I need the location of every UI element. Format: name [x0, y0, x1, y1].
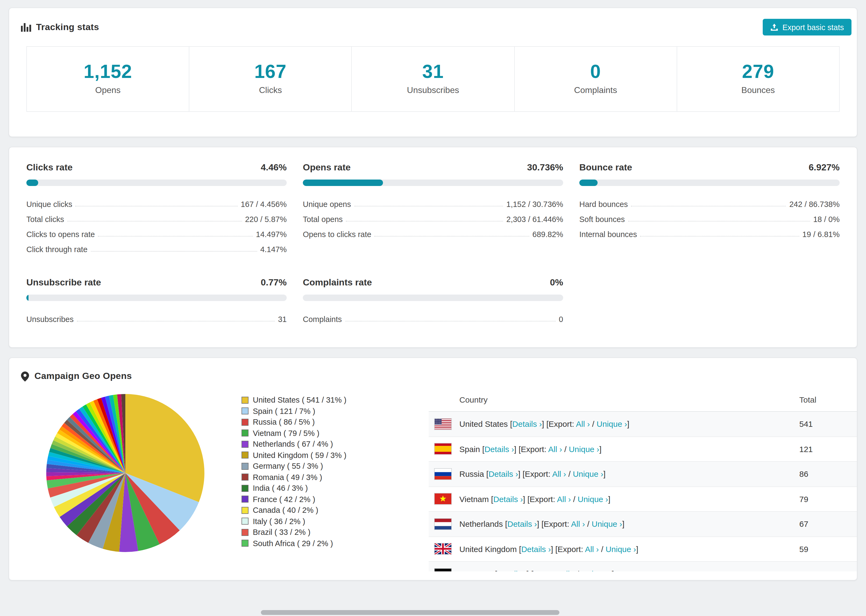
export-unique-link[interactable]: Unique › — [592, 520, 622, 529]
stat-row: Hard bounces242 / 86.738% — [579, 193, 840, 209]
details-link[interactable]: Details › — [507, 520, 537, 529]
stat-value: 0 — [559, 315, 563, 324]
geo-pie-chart — [9, 387, 241, 571]
table-rows: United States [Details ›] [Export: All ›… — [429, 412, 857, 571]
stat-value: 167 / 4.456% — [241, 200, 287, 209]
stat-value: 242 / 86.738% — [789, 200, 840, 209]
export-unique-link[interactable]: Unique › — [581, 569, 612, 572]
export-button-label: Export basic stats — [783, 23, 844, 31]
details-link[interactable]: Details › — [497, 569, 527, 572]
geo-table: Country Total United States [Details ›] … — [429, 388, 857, 571]
rates-card: Clicks rate 4.46% Unique clicks167 / 4.4… — [9, 147, 857, 348]
export-all-link[interactable]: All › — [585, 545, 599, 554]
stat-label: Hard bounces — [579, 200, 628, 209]
horizontal-scrollbar-thumb[interactable] — [261, 610, 559, 615]
stat-label: Unique opens — [303, 200, 351, 209]
details-link[interactable]: Details › — [521, 545, 551, 554]
export-all-link[interactable]: All › — [571, 520, 585, 529]
details-link[interactable]: Details › — [512, 420, 542, 429]
legend-swatch — [241, 485, 249, 492]
rate-section-bounce: Bounce rate 6.927% Hard bounces242 / 86.… — [579, 162, 840, 254]
legend-item: Brazil ( 33 / 2% ) — [241, 527, 429, 538]
export-all-link[interactable]: All › — [557, 495, 571, 504]
legend-label: France ( 42 / 2% ) — [253, 495, 315, 504]
table-row: Spain [Details ›] [Export: All › / Uniqu… — [429, 437, 857, 462]
details-link[interactable]: Details › — [484, 445, 514, 454]
legend-label: India ( 46 / 3% ) — [253, 484, 308, 493]
tracking-card-header: Tracking stats Export basic stats — [9, 8, 857, 36]
stat-row: Soft bounces18 / 0% — [579, 209, 840, 224]
legend-swatch — [241, 507, 249, 514]
export-unique-link[interactable]: Unique › — [573, 470, 603, 479]
export-unique-link[interactable]: Unique › — [597, 420, 627, 429]
legend-item: Russia ( 86 / 5% ) — [241, 416, 429, 427]
dotted-leader — [91, 251, 257, 251]
country-flag-icon — [429, 568, 459, 572]
stats-summary-row: 1,152 Opens 167 Clicks 31 Unsubscribes 0… — [26, 46, 840, 112]
rate-section-complaints: Complaints rate 0% Complaints0 — [303, 277, 563, 324]
stat-label: Opens — [27, 85, 189, 95]
details-link[interactable]: Details › — [493, 495, 523, 504]
export-all-link[interactable]: All › — [561, 569, 575, 572]
table-row: Vietnam [Details ›] [Export: All › / Uni… — [429, 487, 857, 512]
stat-box-opens: 1,152 Opens — [27, 47, 189, 111]
country-flag-icon — [429, 418, 459, 430]
legend-swatch — [241, 518, 249, 525]
stat-label: Bounces — [677, 85, 839, 95]
legend-swatch — [241, 408, 249, 415]
legend-swatch — [241, 430, 249, 437]
legend-item: Romania ( 49 / 3% ) — [241, 472, 429, 483]
stat-value: 4.147% — [260, 245, 287, 254]
legend-label: Italy ( 36 / 2% ) — [253, 517, 305, 526]
table-row: Netherlands [Details ›] [Export: All › /… — [429, 512, 857, 537]
country-name: Russia — [459, 470, 484, 479]
stat-value: 18 / 0% — [813, 215, 840, 224]
stat-row: Total clicks220 / 5.87% — [26, 209, 287, 224]
dotted-leader — [77, 321, 275, 321]
rate-value: 0% — [550, 277, 563, 288]
legend-swatch — [241, 441, 249, 448]
progress-fill — [579, 179, 597, 186]
stat-value: 220 / 5.87% — [245, 215, 287, 224]
geo-card-header: Campaign Geo Opens — [9, 371, 857, 382]
country-column-header: Country — [459, 395, 799, 404]
stat-value: 167 — [189, 61, 351, 82]
export-all-link[interactable]: All › — [548, 445, 562, 454]
stat-row: Internal bounces19 / 6.81% — [579, 224, 840, 239]
table-row: Germany [Details ›] [Export: All › / Uni… — [429, 562, 857, 571]
dotted-leader — [628, 221, 810, 222]
rate-title: Bounce rate — [579, 162, 632, 173]
export-all-link[interactable]: All › — [552, 470, 566, 479]
rate-value: 6.927% — [809, 162, 840, 173]
pie-chart-svg — [46, 393, 205, 553]
rate-value: 0.77% — [261, 277, 287, 288]
dotted-leader — [346, 221, 503, 222]
export-all-link[interactable]: All › — [576, 420, 590, 429]
export-unique-link[interactable]: Unique › — [578, 495, 608, 504]
stat-label: Unsubscribes — [26, 315, 74, 324]
stat-label: Clicks to opens rate — [26, 230, 95, 239]
country-total: 67 — [799, 520, 857, 529]
stat-row: Click through rate4.147% — [26, 239, 287, 254]
legend-label: United Kingdom ( 59 / 3% ) — [253, 451, 346, 460]
dotted-leader — [67, 221, 242, 222]
country-name: Netherlands — [459, 520, 503, 529]
country-flag-icon — [429, 518, 459, 530]
legend-item: Germany ( 55 / 3% ) — [241, 460, 429, 472]
legend-item: South Africa ( 29 / 2% ) — [241, 538, 429, 549]
rate-title: Clicks rate — [26, 162, 72, 173]
legend-item: Spain ( 121 / 7% ) — [241, 405, 429, 416]
legend-label: Vietnam ( 79 / 5% ) — [253, 429, 320, 438]
details-link[interactable]: Details › — [488, 470, 518, 479]
country-name: United States — [459, 420, 508, 429]
stat-value: 0 — [515, 61, 676, 82]
legend-swatch — [241, 419, 249, 426]
stat-label: Complaints — [515, 85, 676, 95]
export-unique-link[interactable]: Unique › — [569, 445, 599, 454]
progress-bar — [303, 179, 563, 186]
progress-bar — [26, 179, 287, 186]
dotted-leader — [354, 206, 503, 206]
stat-row: Opens to clicks rate689.82% — [303, 224, 563, 239]
export-basic-stats-button[interactable]: Export basic stats — [762, 19, 852, 36]
export-unique-link[interactable]: Unique › — [606, 545, 636, 554]
